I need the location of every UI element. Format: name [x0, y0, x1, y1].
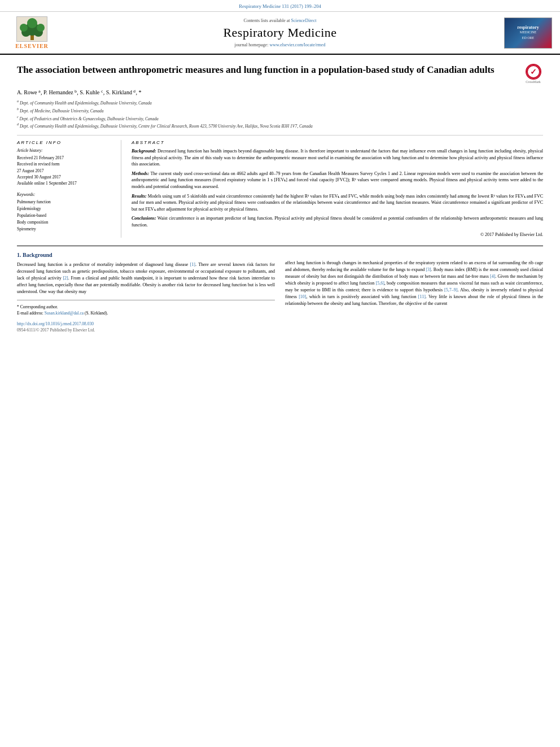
footnote-corresponding: * Corresponding author. — [17, 304, 275, 310]
background-text: Decreased lung function has health impac… — [132, 148, 543, 167]
footnote-email-line: E-mail address: Susan.kirkland@dal.ca (S… — [17, 310, 275, 316]
abstract-col: Abstract Background: Decreased lung func… — [132, 140, 543, 238]
svg-text:✓: ✓ — [530, 68, 537, 76]
homepage-url[interactable]: www.elsevier.com/locate/rmed — [269, 42, 325, 47]
keyword-4: Body composition — [17, 219, 114, 226]
crossmark-container: ✓ CrossMark — [523, 64, 543, 84]
conclusions-label: Conclusions: — [132, 216, 156, 221]
affiliation-d: d Dept. of Community Health and Epidemio… — [17, 122, 543, 129]
keyword-5: Spirometry — [17, 226, 114, 233]
affiliation-b: b Dept. of Medicine, Dalhousie Universit… — [17, 107, 543, 114]
cite-1: [1] — [190, 262, 195, 267]
svg-point-5 — [37, 24, 45, 32]
history-item-5: Available online 1 September 2017 — [17, 180, 114, 186]
copyright-line: © 2017 Published by Elsevier Ltd. — [132, 231, 543, 238]
methods-text: The current study used cross-sectional d… — [132, 171, 543, 189]
svg-point-6 — [27, 18, 37, 28]
journal-cover-image: respiratory MEDICINE ED ORE — [504, 18, 552, 49]
article-title-section: The association between anthropometric m… — [17, 60, 543, 84]
abstract-background: Background: Decreased lung function has … — [132, 148, 543, 168]
body-para-2: affect lung function is through changes … — [285, 260, 543, 307]
keyword-1: Pulmonary function — [17, 199, 114, 206]
contents-line: Contents lists available at ScienceDirec… — [64, 18, 496, 23]
section-divider-1 — [17, 135, 543, 136]
keyword-3: Population-based — [17, 212, 114, 219]
journal-center-info: Contents lists available at ScienceDirec… — [64, 18, 496, 47]
elsevier-tree-svg — [18, 18, 46, 41]
body-right-col: affect lung function is through changes … — [285, 252, 543, 333]
abstract-label: Abstract — [132, 140, 543, 145]
elsevier-text: ELSEVIER — [15, 43, 49, 49]
history-label: Article history: — [17, 148, 114, 153]
footer-doi: http://dx.doi.org/10.1016/j.rmed.2017.08… — [17, 321, 275, 326]
abstract-section: Background: Decreased lung function has … — [132, 148, 543, 238]
journal-title: Respiratory Medicine — [64, 25, 496, 40]
bottom-separator — [17, 246, 543, 246]
cite-10: [10] — [299, 294, 306, 299]
journal-logo-right: respiratory MEDICINE ED ORE — [501, 18, 552, 49]
crossmark-label: CrossMark — [526, 80, 541, 84]
footer-copyright: 0954-6111/© 2017 Published by Elsevier L… — [17, 327, 275, 333]
homepage-line: journal homepage: www.elsevier.com/locat… — [64, 42, 496, 47]
article-history: Article history: Received 21 February 20… — [17, 148, 114, 186]
abstract-results: Results: Models using sum of 5 skinfolds… — [132, 193, 543, 213]
body-para-1: Decreased lung function is a predictor o… — [17, 261, 275, 295]
cite-3: [3] — [426, 267, 431, 272]
keyword-2: Epidemiology — [17, 206, 114, 212]
background-label: Background: — [132, 148, 156, 154]
footnote-email[interactable]: Susan.kirkland@dal.ca — [45, 311, 84, 316]
results-text: Models using sum of 5 skinfolds and wais… — [132, 194, 543, 212]
elsevier-tree-graphic — [16, 16, 47, 42]
history-item-1: Received 21 February 2017 — [17, 155, 114, 161]
sciencedirect-link[interactable]: ScienceDirect — [291, 18, 317, 23]
article-info-abstract: Article Info Article history: Received 2… — [17, 140, 543, 238]
article-info-col: Article Info Article history: Received 2… — [17, 140, 121, 238]
keywords-label: Keywords: — [17, 192, 114, 197]
history-item-2: Received in revised form — [17, 161, 114, 167]
history-item-4: Accepted 30 August 2017 — [17, 174, 114, 180]
journal-header: ELSEVIER Contents lists available at Sci… — [0, 12, 560, 55]
elsevier-logo: ELSEVIER — [8, 16, 56, 49]
cite-579: [5,7–9] — [444, 287, 457, 292]
affiliations: a Dept. of Community Health and Epidemio… — [17, 99, 543, 129]
affiliation-c: c Dept. of Pediatrics and Obstetrics & G… — [17, 115, 543, 122]
doi-link[interactable]: http://dx.doi.org/10.1016/j.rmed.2017.08… — [17, 321, 94, 326]
journal-ref-text: Respiratory Medicine 131 (2017) 199–204 — [239, 3, 321, 9]
authors: A. Rowe ᵃ, P. Hernandez ᵇ, S. Kuhle ᶜ, S… — [17, 89, 543, 95]
affiliation-a: a Dept. of Community Health and Epidemio… — [17, 99, 543, 106]
cite-4: [4] — [490, 274, 495, 279]
body-content: 1. Background Decreased lung function is… — [17, 252, 543, 333]
crossmark-icon[interactable]: ✓ — [526, 64, 541, 80]
cite-2: [2] — [63, 276, 68, 281]
body-left-col: 1. Background Decreased lung function is… — [17, 252, 275, 333]
history-item-3: 27 August 2017 — [17, 168, 114, 174]
main-content: The association between anthropometric m… — [0, 55, 560, 338]
footnote-area: * Corresponding author. E-mail address: … — [17, 300, 275, 317]
cite-11: [11] — [418, 294, 426, 299]
elsevier-logo-container: ELSEVIER — [8, 16, 59, 49]
journal-reference: Respiratory Medicine 131 (2017) 199–204 — [0, 0, 560, 12]
article-title: The association between anthropometric m… — [17, 64, 518, 76]
article-info-label: Article Info — [17, 140, 114, 145]
abstract-methods: Methods: The current study used cross-se… — [132, 171, 543, 190]
methods-label: Methods: — [132, 171, 149, 176]
svg-point-4 — [20, 24, 28, 32]
abstract-conclusions: Conclusions: Waist circumference is an i… — [132, 215, 543, 228]
conclusions-text: Waist circumference is an important pred… — [132, 216, 543, 228]
results-label: Results: — [132, 194, 147, 199]
section1-heading: 1. Background — [17, 252, 275, 258]
keywords-section: Keywords: Pulmonary function Epidemiolog… — [17, 192, 114, 233]
cite-56: [5,6] — [376, 281, 384, 286]
crossmark-svg: ✓ — [527, 65, 540, 78]
